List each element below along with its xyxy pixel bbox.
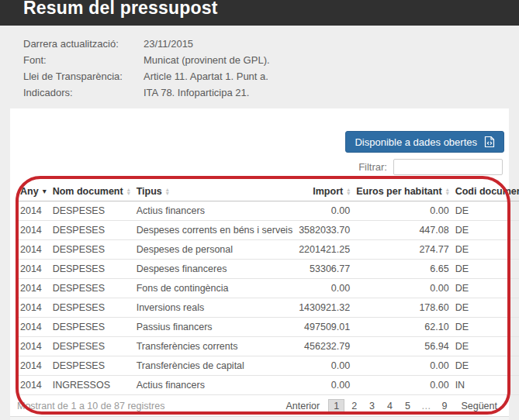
open-data-button-label: Disponible a dades obertes	[355, 136, 477, 148]
metadata-list: Darrera actualització:23/11/2015Font:Mun…	[0, 26, 519, 101]
cell-euros: 0.00	[353, 376, 452, 395]
table-summary: Mostrant de 1 a 10 de 87 registres	[17, 401, 164, 411]
cell-import: 3582033.70	[296, 221, 353, 240]
cell-codidoc: DE	[452, 279, 519, 298]
cell-nom: DESPESES	[50, 356, 133, 376]
metadata-row: Darrera actualització:23/11/2015	[23, 36, 496, 52]
cell-import: 1430921.32	[296, 298, 353, 318]
cell-tipus: Despeses de personal	[133, 240, 296, 260]
cell-nom: DESPESES	[50, 221, 133, 240]
sort-both-icon: ▴▾	[446, 188, 449, 195]
table-row: 2014DESPESESInversions reals1430921.3217…	[17, 298, 519, 318]
pagination-page-2[interactable]: 2	[346, 399, 362, 413]
column-label: Tipus	[137, 186, 162, 197]
pagination-prev[interactable]: Anterior	[279, 399, 327, 413]
cell-codidoc: DE	[452, 240, 519, 260]
cell-import: 0.00	[296, 279, 353, 298]
cell-codidoc: DE	[452, 201, 519, 221]
cell-codidoc: DE	[452, 221, 519, 240]
cell-euros: 6.65	[353, 260, 452, 279]
cell-codidoc: IN	[452, 376, 519, 395]
cell-any: 2014	[17, 221, 50, 240]
column-label: Nom document	[53, 186, 123, 197]
column-label: Any	[20, 186, 39, 197]
sort-both-icon: ▴▾	[347, 188, 350, 195]
pagination-next[interactable]: Següent	[454, 399, 504, 413]
table-row: 2014DESPESESFons de contingència0.000.00…	[17, 279, 519, 298]
column-header-nom[interactable]: Nom document▴▾	[50, 182, 133, 201]
cell-nom: DESPESES	[50, 298, 133, 318]
metadata-label: Llei de Transparència:	[23, 68, 144, 84]
filter-label: Filtrar:	[358, 161, 387, 173]
file-code-icon	[484, 136, 495, 148]
pagination-page-5[interactable]: 5	[400, 399, 416, 413]
cell-nom: INGRESSOS	[50, 376, 133, 395]
cell-codidoc: DE	[452, 260, 519, 279]
cell-euros: 0.00	[353, 201, 452, 221]
cell-tipus: Actius financers	[133, 201, 296, 221]
cell-nom: DESPESES	[50, 279, 133, 298]
cell-euros: 274.77	[353, 240, 452, 260]
budget-table: Any▾Nom document▴▾Tipus▴▾Import▴▾Euros p…	[17, 182, 519, 395]
cell-euros: 0.00	[353, 279, 452, 298]
cell-import: 53306.77	[296, 260, 353, 279]
cell-import: 0.00	[296, 376, 353, 395]
column-header-import[interactable]: Import▴▾	[296, 182, 353, 201]
cell-nom: DESPESES	[50, 201, 133, 221]
sort-both-icon: ▴▾	[127, 188, 130, 195]
cell-nom: DESPESES	[50, 240, 133, 260]
cell-import: 2201421.25	[296, 240, 353, 260]
table-row: 2014DESPESESPassius financers497509.0162…	[17, 318, 519, 337]
cell-any: 2014	[17, 260, 50, 279]
pagination-page-4[interactable]: 4	[382, 399, 398, 413]
cell-any: 2014	[17, 356, 50, 376]
metadata-label: Indicadors:	[23, 84, 144, 101]
table-body: 2014DESPESESActius financers0.000.00DE82…	[17, 201, 519, 395]
pagination: Anterior 12345…9 Següent	[279, 399, 504, 413]
cell-nom: DESPESES	[50, 337, 133, 356]
pagination-ellipsis: …	[417, 399, 435, 413]
sort-both-icon: ▴▾	[166, 188, 169, 195]
page-header-bar: Resum del pressupost	[0, 0, 519, 26]
cell-nom: DESPESES	[50, 260, 133, 279]
table-row: 2014DESPESESDespeses de personal2201421.…	[17, 240, 519, 260]
cell-any: 2014	[17, 298, 50, 318]
metadata-row: Llei de Transparència:Article 11. Aparta…	[23, 68, 496, 84]
cell-tipus: Transferències corrents	[133, 337, 296, 356]
column-header-euros[interactable]: Euros per habitant▴▾	[353, 182, 452, 201]
pagination-pages: 12345…9	[328, 399, 452, 413]
cell-codidoc: DE	[452, 337, 519, 356]
table-row: 2014INGRESSOSActius financers0.000.00IN8	[17, 376, 519, 395]
cell-any: 2014	[17, 318, 50, 337]
cell-codidoc: DE	[452, 318, 519, 337]
cell-import: 0.00	[296, 356, 353, 376]
metadata-value: Article 11. Apartat 1. Punt a.	[144, 68, 496, 84]
cell-tipus: Passius financers	[133, 318, 296, 337]
cell-codidoc: DE	[452, 356, 519, 376]
pagination-page-1[interactable]: 1	[328, 399, 344, 413]
cell-tipus: Despeses financeres	[133, 260, 296, 279]
pagination-page-9[interactable]: 9	[436, 399, 452, 413]
cell-euros: 178.60	[353, 298, 452, 318]
cell-nom: DESPESES	[50, 318, 133, 337]
table-row: 2014DESPESESDespeses corrents en béns i …	[17, 221, 519, 240]
filter-input[interactable]	[393, 159, 503, 175]
metadata-value: 23/11/2015	[144, 36, 496, 52]
cell-import: 0.00	[296, 201, 353, 221]
cell-import: 497509.01	[296, 318, 353, 337]
column-header-tipus[interactable]: Tipus▴▾	[133, 182, 296, 201]
cell-any: 2014	[17, 376, 50, 395]
cell-tipus: Despeses corrents en béns i serveis	[133, 221, 296, 240]
table-row: 2014DESPESESDespeses financeres53306.776…	[17, 260, 519, 279]
cell-euros: 62.10	[353, 318, 452, 337]
table-row: 2014DESPESESTransferències de capital0.0…	[17, 356, 519, 376]
pagination-page-3[interactable]: 3	[364, 399, 380, 413]
column-header-codidoc[interactable]: Codi document▴▾	[452, 182, 519, 201]
source-footer: Actualització: 23/11/2015 | Font: Munica…	[10, 416, 509, 420]
metadata-value: ITA 78. Infoparticipa 21.	[144, 84, 496, 101]
cell-any: 2014	[17, 337, 50, 356]
open-data-button[interactable]: Disponible a dades obertes	[345, 131, 504, 153]
cell-euros: 0.00	[353, 356, 452, 376]
column-header-any[interactable]: Any▾	[17, 182, 50, 201]
cell-tipus: Actius financers	[133, 376, 296, 395]
